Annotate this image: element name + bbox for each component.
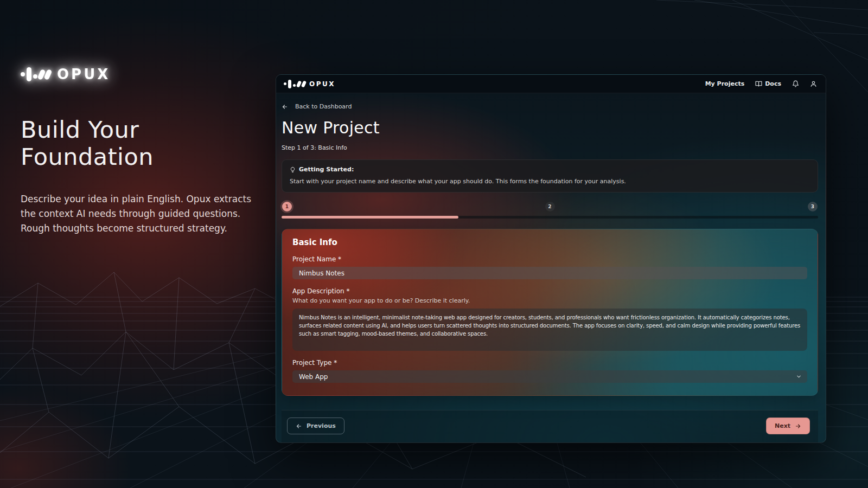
previous-button[interactable]: Previous: [287, 418, 344, 434]
opux-logo-icon-small: [284, 80, 305, 88]
app-description-helper: What do you want your app to do or be? D…: [292, 297, 807, 304]
project-name-label: Project Name *: [292, 255, 807, 263]
hero-panel: OPUX Build Your Foundation Describe your…: [21, 66, 262, 236]
user-menu-button[interactable]: [810, 80, 817, 87]
user-icon: [810, 80, 817, 87]
progress-fill: [282, 216, 458, 219]
basic-info-card: Basic Info Project Name * App Descriptio…: [282, 229, 818, 396]
arrow-right-icon: [795, 423, 801, 429]
getting-started-tip: Getting Started: Start with your project…: [282, 159, 818, 192]
page-title: New Project: [282, 118, 818, 137]
next-button[interactable]: Next: [766, 418, 810, 434]
progress-track: [282, 216, 818, 219]
app-brand-name: OPUX: [309, 80, 335, 88]
step-circles-row: 1 2 3: [282, 202, 818, 211]
nav-my-projects[interactable]: My Projects: [705, 80, 745, 87]
lightbulb-icon: [290, 166, 296, 173]
header-nav: My Projects Docs: [705, 80, 817, 87]
bell-icon: [792, 80, 799, 87]
page: { "left_panel": { "brand": "OPUX", "head…: [0, 0, 868, 488]
tip-title: Getting Started:: [299, 166, 354, 173]
app-description-textarea[interactable]: Nimbus Notes is an intelligent, minimali…: [292, 309, 807, 351]
previous-button-label: Previous: [307, 422, 336, 429]
next-button-label: Next: [775, 422, 790, 429]
arrow-left-icon: [296, 423, 302, 429]
book-icon: [755, 80, 762, 87]
back-link-label: Back to Dashboard: [295, 103, 352, 110]
nav-my-projects-label: My Projects: [705, 80, 745, 87]
project-type-select[interactable]: Web App: [292, 370, 807, 383]
opux-logo: OPUX: [21, 66, 262, 82]
hero-heading: Build Your Foundation: [21, 116, 262, 170]
nav-docs-label: Docs: [765, 80, 781, 87]
opux-logo-icon: [21, 67, 50, 81]
tip-title-row: Getting Started:: [290, 166, 810, 173]
tip-body: Start with your project name and describ…: [290, 178, 810, 185]
project-type-label: Project Type *: [292, 359, 807, 367]
step-circle-2[interactable]: 2: [545, 202, 555, 211]
project-name-input[interactable]: [292, 267, 807, 279]
step-circle-3[interactable]: 3: [808, 202, 818, 211]
app-body: Back to Dashboard New Project Step 1 of …: [276, 93, 826, 442]
app-window: OPUX My Projects Docs Back to Dashboard …: [276, 74, 826, 443]
brand-name: OPUX: [57, 66, 110, 82]
wizard-footer: Previous Next: [282, 410, 818, 442]
step-circle-1[interactable]: 1: [282, 202, 292, 211]
app-logo[interactable]: OPUX: [284, 80, 335, 88]
wizard-progress: 1 2 3: [282, 202, 818, 219]
notifications-button[interactable]: [792, 80, 799, 87]
nav-docs[interactable]: Docs: [755, 80, 781, 87]
back-arrow-icon: [282, 104, 288, 110]
hero-description: Describe your idea in plain English. Opu…: [21, 192, 257, 236]
step-indicator-label: Step 1 of 3: Basic Info: [282, 144, 818, 151]
app-description-label: App Description *: [292, 287, 807, 295]
card-title: Basic Info: [292, 237, 807, 247]
app-header: OPUX My Projects Docs: [276, 75, 826, 93]
back-to-dashboard-link[interactable]: Back to Dashboard: [282, 103, 352, 110]
chevron-down-icon: [796, 374, 802, 380]
project-type-value: Web App: [299, 373, 328, 381]
